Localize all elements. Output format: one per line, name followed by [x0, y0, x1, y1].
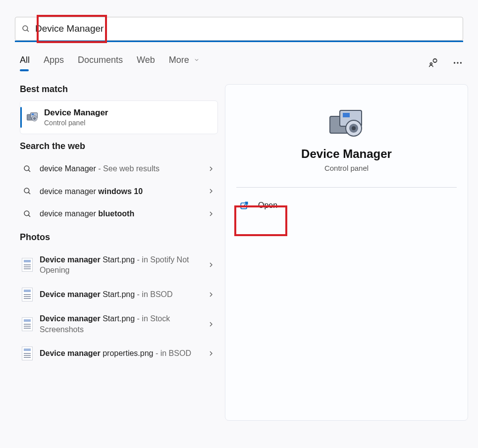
- photo-result-3[interactable]: Device manager properties.png - in BSOD: [20, 341, 218, 366]
- photo-result-text: Device manager Start.png - in BSOD: [40, 289, 200, 300]
- section-search-web: Search the web: [20, 141, 218, 151]
- chevron-right-icon: [207, 210, 215, 218]
- image-thumbnail-icon: [22, 288, 33, 301]
- svg-line-1: [27, 30, 29, 32]
- photo-result-1[interactable]: Device manager Start.png - in BSOD: [20, 282, 218, 307]
- web-result-0[interactable]: device Manager - See web results: [20, 157, 218, 180]
- search-icon: [23, 187, 32, 196]
- results-column: Best match Device Manager Control panel: [20, 84, 218, 421]
- open-label: Open: [258, 201, 277, 210]
- tab-more-label: More: [169, 55, 189, 65]
- search-bar[interactable]: [15, 17, 463, 41]
- svg-point-0: [23, 26, 28, 31]
- tab-all[interactable]: All: [20, 55, 30, 70]
- web-result-text: device Manager - See web results: [40, 163, 200, 174]
- content-area: Best match Device Manager Control panel: [0, 70, 478, 421]
- chevron-right-icon: [207, 320, 215, 328]
- svg-line-15: [28, 193, 30, 195]
- filter-tabs-row: All Apps Documents Web More: [0, 42, 478, 70]
- chevron-right-icon: [207, 165, 215, 173]
- web-result-2[interactable]: device manager bluetooth: [20, 202, 218, 225]
- image-thumbnail-icon: [22, 347, 33, 360]
- best-match-subtitle: Control panel: [44, 119, 108, 127]
- more-options-button[interactable]: [452, 57, 463, 68]
- device-manager-icon: [326, 107, 368, 139]
- chevron-right-icon: [207, 187, 215, 195]
- tab-documents[interactable]: Documents: [78, 55, 123, 70]
- more-horizontal-icon: [452, 57, 463, 68]
- svg-point-5: [457, 62, 458, 63]
- aux-buttons: [427, 57, 463, 68]
- search-panel: All Apps Documents Web More: [0, 0, 478, 448]
- search-icon: [23, 164, 32, 173]
- people-sync-icon: [427, 57, 438, 68]
- web-result-text: device manager windows 10: [40, 186, 200, 197]
- preview-title: Device Manager: [301, 147, 392, 161]
- people-sync-button[interactable]: [427, 57, 438, 68]
- open-external-icon: [239, 200, 249, 210]
- tab-more[interactable]: More: [169, 55, 200, 70]
- open-button[interactable]: Open: [236, 197, 280, 214]
- search-icon: [21, 24, 30, 33]
- chevron-right-icon: [207, 349, 215, 357]
- tab-web[interactable]: Web: [137, 55, 155, 70]
- best-match-texts: Device Manager Control panel: [44, 108, 108, 127]
- svg-point-14: [24, 188, 29, 193]
- svg-rect-20: [343, 113, 350, 117]
- svg-point-12: [24, 166, 29, 171]
- chevron-down-icon: [194, 57, 200, 63]
- svg-rect-9: [32, 113, 34, 115]
- web-result-text: device manager bluetooth: [40, 208, 200, 219]
- svg-point-11: [33, 117, 36, 120]
- photo-result-0[interactable]: Device manager Start.png - in Spotify No…: [20, 249, 218, 282]
- best-match-title: Device Manager: [44, 108, 108, 118]
- svg-point-4: [454, 62, 455, 63]
- search-bar-wrap: [0, 0, 478, 41]
- chevron-right-icon: [207, 291, 215, 299]
- svg-point-16: [24, 211, 29, 216]
- photo-result-text: Device manager Start.png - in Spotify No…: [40, 254, 200, 276]
- photo-result-text: Device manager Start.png - in Stock Scre…: [40, 313, 200, 335]
- best-match-result[interactable]: Device Manager Control panel: [20, 100, 218, 134]
- tab-apps[interactable]: Apps: [44, 55, 64, 70]
- preview-panel: Device Manager Control panel Open: [225, 84, 468, 421]
- svg-point-23: [352, 126, 356, 130]
- image-thumbnail-icon: [22, 317, 33, 331]
- selection-accent: [20, 107, 22, 128]
- device-manager-icon: [25, 110, 39, 124]
- search-icon: [23, 209, 32, 218]
- section-photos: Photos: [20, 232, 218, 243]
- image-thumbnail-icon: [22, 258, 33, 272]
- divider: [236, 187, 457, 188]
- web-result-1[interactable]: device manager windows 10: [20, 180, 218, 203]
- photo-result-2[interactable]: Device manager Start.png - in Stock Scre…: [20, 307, 218, 341]
- svg-point-6: [460, 62, 462, 63]
- preview-subtitle: Control panel: [324, 164, 369, 172]
- filter-tabs: All Apps Documents Web More: [20, 55, 200, 70]
- photo-result-text: Device manager properties.png - in BSOD: [40, 348, 200, 359]
- svg-line-13: [28, 170, 30, 172]
- svg-point-2: [430, 62, 432, 64]
- svg-line-17: [28, 215, 30, 217]
- search-input[interactable]: [30, 23, 457, 34]
- section-best-match: Best match: [20, 84, 218, 95]
- chevron-right-icon: [207, 261, 215, 269]
